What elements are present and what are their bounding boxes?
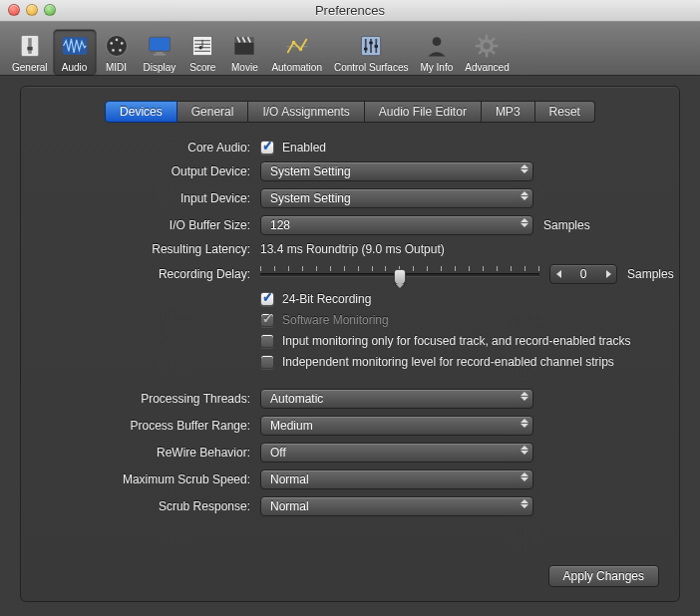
titlebar: Preferences [0,0,700,22]
select-value: Normal [270,472,309,486]
cb-24bit[interactable]: 24-Bit Recording [260,292,371,306]
svg-point-9 [119,49,122,52]
cb-label: Software Monitoring [282,313,389,327]
select-rewire-behavior[interactable]: Off [260,443,533,462]
close-button[interactable] [8,4,20,16]
tab-reset[interactable]: Reset [535,101,595,123]
segmented-tabs: Devices General I/O Assignments Audio Fi… [45,101,655,123]
cb-input-monitoring[interactable]: Input monitoring only for focused track,… [260,334,631,348]
tb-audio[interactable]: Audio [54,30,96,75]
updown-icon [521,191,528,200]
label-rewire-behavior: ReWire Behavior: [45,446,260,460]
label-scrub-response: Scrub Response: [45,499,260,513]
svg-point-36 [482,41,493,52]
svg-rect-10 [149,37,170,51]
io-buffer-suffix: Samples [543,218,590,232]
svg-rect-11 [156,52,163,54]
tb-label: Audio [62,62,88,73]
tab-general[interactable]: General [177,101,249,123]
select-max-scrub-speed[interactable]: Normal [260,469,533,489]
tb-general[interactable]: General [6,30,54,75]
tab-devices[interactable]: Devices [105,101,177,123]
svg-line-42 [492,51,495,54]
svg-point-27 [298,48,302,52]
tb-score[interactable]: Score [181,30,223,75]
tb-label: Movie [231,62,258,73]
cb-enabled[interactable]: Enabled [260,141,326,154]
cb-software-monitoring: Software Monitoring [260,313,389,327]
cb-label: Independent monitoring level for record-… [282,355,614,369]
slider-icon [15,31,45,61]
faders-icon [356,31,386,61]
select-value: Off [270,446,286,460]
select-processing-threads[interactable]: Automatic [260,389,533,409]
svg-point-35 [432,37,441,46]
svg-point-8 [112,49,115,52]
checkbox-icon [260,355,274,369]
tb-control-surfaces[interactable]: Control Surfaces [328,30,414,75]
window-controls [8,4,56,16]
tb-label: General [12,62,48,73]
tab-audio-file-editor[interactable]: Audio File Editor [365,101,482,123]
cb-label: 24-Bit Recording [282,292,371,306]
stepper-up[interactable] [600,265,616,283]
stepper-value: 0 [566,267,600,281]
delay-suffix: Samples [627,267,674,281]
updown-icon [521,472,528,481]
svg-rect-29 [365,39,367,53]
slider-recording-delay[interactable] [260,263,539,285]
minimize-button[interactable] [26,4,38,16]
svg-rect-34 [375,45,379,48]
updown-icon [521,218,528,227]
select-io-buffer[interactable]: 128 [260,215,533,235]
checkbox-icon [260,313,274,327]
select-value: Medium [270,419,313,433]
tb-label: Control Surfaces [334,62,408,73]
checkbox-icon [260,292,274,306]
label-io-buffer: I/O Buffer Size: [45,218,260,232]
stepper-down[interactable] [550,265,566,283]
checkbox-icon [260,141,274,154]
triangle-right-icon [606,270,611,278]
svg-point-18 [199,46,203,50]
tb-my-info[interactable]: My Info [414,30,459,75]
updown-icon [521,499,528,508]
svg-rect-12 [154,54,166,56]
toolbar: General Audio MIDI Display Score Movie A… [0,22,700,76]
tb-advanced[interactable]: Advanced [459,30,515,75]
svg-rect-30 [370,39,372,53]
tb-label: Advanced [465,62,509,73]
select-output-device[interactable]: System Setting [260,161,533,181]
updown-icon [521,446,528,455]
label-process-buffer-range: Process Buffer Range: [45,419,260,433]
tab-io-assignments[interactable]: I/O Assignments [248,101,364,123]
form: Core Audio: Enabled Output Device: Syste… [45,141,655,516]
svg-rect-20 [235,43,254,55]
select-process-buffer-range[interactable]: Medium [260,416,533,436]
apply-changes-button[interactable]: Apply Changes [548,565,659,587]
automation-icon [282,31,312,61]
cb-independent-monitoring[interactable]: Independent monitoring level for record-… [260,355,614,369]
waveform-icon [60,31,90,61]
svg-rect-2 [27,47,32,51]
label-core-audio: Core Audio: [45,141,260,154]
tb-movie[interactable]: Movie [223,30,265,75]
midi-icon [102,31,132,61]
tb-display[interactable]: Display [138,30,182,75]
svg-point-6 [110,42,113,45]
svg-rect-32 [364,48,368,51]
zoom-button[interactable] [44,4,56,16]
select-input-device[interactable]: System Setting [260,188,533,208]
select-scrub-response[interactable]: Normal [260,496,533,516]
tab-mp3[interactable]: MP3 [482,101,535,123]
label-latency: Resulting Latency: [45,242,260,256]
triangle-left-icon [556,270,561,278]
label-input-device: Input Device: [45,191,260,205]
svg-rect-1 [28,38,32,54]
stepper-recording-delay[interactable]: 0 [549,264,617,284]
tb-midi[interactable]: MIDI [96,30,138,75]
svg-line-43 [492,38,495,41]
slider-knob[interactable] [394,269,406,285]
tb-automation[interactable]: Automation [265,30,328,75]
tb-label: My Info [420,62,453,73]
